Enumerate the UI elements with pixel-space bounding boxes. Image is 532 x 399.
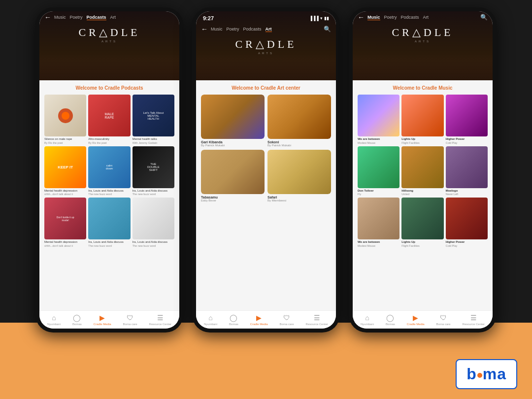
nav-art-3[interactable]: Art: [423, 15, 429, 20]
nav-poetry-2[interactable]: Poetry: [227, 27, 239, 32]
podcast-item-5[interactable]: calmdown Ira, Louis and Aida discuss The…: [88, 146, 130, 196]
nav-art-1[interactable]: Art: [110, 15, 116, 20]
svg-point-1: [62, 112, 69, 120]
podcast-item-2[interactable]: MALERAPE Afro-masculinity By Rix the poe…: [88, 95, 130, 144]
music-8-sub: Flight Facilities: [401, 244, 443, 247]
search-icon-3[interactable]: 🔍: [480, 14, 488, 21]
podcast-5-title: Ira, Louis and Aida discuss: [88, 189, 130, 193]
music-8-title: Lights Up: [401, 240, 443, 244]
nav-btn-care-2[interactable]: 🛡 Boma care: [280, 314, 294, 326]
art-item-2[interactable]: Sokoni By Patrick Mukabi: [267, 95, 331, 147]
podcast-item-1[interactable]: Silence on male rape By Rix the poet: [44, 95, 86, 144]
nav-music-3[interactable]: Music: [367, 15, 380, 20]
nav-podcasts-2[interactable]: Podcasts: [243, 27, 262, 32]
nav-btn-home-1[interactable]: ⌂ Nyumbani: [47, 314, 61, 326]
music-1-title: We are between: [358, 137, 399, 141]
nav-btn-resource-2[interactable]: ☰ Resource Center: [306, 314, 328, 326]
music-item-4[interactable]: Don Toliver Fly: [358, 146, 399, 196]
podcast-7-title: Mental health depression: [44, 240, 86, 244]
nav-art-2[interactable]: Art: [266, 27, 272, 32]
music-grid-row1: We are between Modest Mouse Lights Up Fl…: [358, 95, 488, 144]
back-button-2[interactable]: ←: [201, 25, 208, 33]
boma-dot: [477, 373, 482, 378]
music-4-sub: Fly: [358, 193, 399, 196]
music-item-2[interactable]: Lights Up Flight Facilities: [401, 95, 443, 144]
search-icon-2[interactable]: 🔍: [324, 26, 331, 33]
podcast-grid-row2: KEEP IT Mental health depression shhh...…: [44, 146, 174, 196]
nav-btn-bomas-2[interactable]: ◯ Bomas: [229, 314, 238, 326]
phone-1-header: ← Music Poetry Podcasts Art CR△DLE ARTS: [39, 11, 179, 80]
music-item-1[interactable]: We are between Modest Mouse: [358, 95, 399, 144]
podcast-2-title: Afro-masculinity: [88, 137, 130, 141]
music-7-sub: Modest Mouse: [358, 244, 399, 247]
care-label-1: Boma care: [123, 323, 137, 326]
bomas-label-1: Bomas: [72, 323, 82, 326]
nav-btn-media-1[interactable]: ▶ Cradle Media: [94, 314, 111, 326]
music-item-6[interactable]: Moelogo Never Left: [446, 146, 488, 196]
music-item-3[interactable]: Higher Power Cold Play: [446, 95, 488, 144]
bomas-label-3: Bomas: [386, 323, 395, 326]
nav-btn-media-2[interactable]: ▶ Cradle Media: [250, 314, 268, 326]
resource-icon-2: ☰: [314, 314, 320, 322]
nav-btn-media-3[interactable]: ▶ Cradle Media: [407, 314, 425, 326]
nav-music-2[interactable]: Music: [211, 27, 223, 32]
nav-btn-bomas-3[interactable]: ◯ Bomas: [386, 314, 395, 326]
media-icon-3: ▶: [413, 314, 418, 322]
music-item-5[interactable]: Hillsong United: [401, 146, 443, 196]
podcast-grid-row1: Silence on male rape By Rix the poet MAL…: [44, 95, 174, 144]
nav-btn-home-3[interactable]: ⌂ Nyumbani: [361, 314, 374, 326]
art-item-4[interactable]: Safari By Mtembeesi: [267, 150, 331, 202]
wifi-icon-2: ▾: [320, 16, 323, 21]
back-button-3[interactable]: ←: [358, 13, 365, 21]
home-icon-3: ⌂: [365, 314, 369, 322]
art-item-1[interactable]: Gari Kibanda By Patrick Mukabi: [201, 95, 265, 147]
podcast-item-7[interactable]: Don't bottle it upinside! Mental health …: [44, 198, 86, 247]
music-grid-row3: We are between Modest Mouse Lights Up Fl…: [358, 198, 488, 247]
cradle-logo-sub-1: ARTS: [39, 40, 179, 46]
phone-music: ← Music Poetry Podcasts Art 🔍 CR△DLE ART…: [349, 7, 497, 332]
nav-podcasts-1[interactable]: Podcasts: [87, 15, 106, 20]
nav-btn-care-1[interactable]: 🛡 Boma care: [123, 314, 137, 326]
podcast-item-4[interactable]: KEEP IT Mental health depression shhh...…: [44, 146, 86, 196]
podcast-4-sub: shhh...don't talk about it: [44, 193, 86, 196]
nav-btn-resource-1[interactable]: ☰ Resource Center: [149, 314, 171, 326]
nav-btn-resource-3[interactable]: ☰ Resource Center: [463, 314, 485, 326]
nav-btn-care-3[interactable]: 🛡 Boma care: [436, 314, 451, 326]
phone-1-bottom-nav: ⌂ Nyumbani ◯ Bomas ▶ Cradle Media 🛡 Boma…: [39, 310, 179, 329]
cradle-logo-3: CR△DLE: [353, 23, 493, 40]
podcast-item-8[interactable]: Ira, Louis and Aida discuss The new buzz…: [88, 198, 130, 247]
cradle-logo-2: CR△DLE: [196, 35, 336, 52]
art-1-title: Gari Kibanda: [201, 140, 265, 144]
podcast-4-title: Mental health depression: [44, 189, 86, 193]
nav-btn-home-2[interactable]: ⌂ Nyumbani: [204, 314, 217, 326]
media-icon-2: ▶: [256, 314, 262, 322]
battery-icon-2: ▮▮: [324, 16, 329, 21]
music-3-title: Higher Power: [446, 137, 488, 141]
bomas-label-2: Bomas: [229, 323, 238, 326]
music-item-8[interactable]: Lights Up Flight Facilities: [401, 198, 443, 247]
podcast-3-title: Mental health talks: [133, 137, 174, 141]
boma-logo-text: bma: [466, 365, 506, 383]
podcast-item-9[interactable]: Ira, Louis and Aida discuss The new buzz…: [133, 198, 174, 247]
nav-poetry-1[interactable]: Poetry: [70, 15, 83, 20]
status-time-2: 9:27: [203, 15, 214, 21]
art-item-3[interactable]: Tabasamu Eddy Bever: [201, 150, 265, 202]
nav-btn-bomas-1[interactable]: ◯ Bomas: [72, 314, 82, 326]
back-button-1[interactable]: ←: [44, 13, 51, 21]
podcast-9-sub: The new buzz word: [133, 244, 174, 247]
nav-music-1[interactable]: Music: [54, 15, 66, 20]
background-orange: [0, 323, 532, 399]
music-item-9[interactable]: Higher Power Cold Play: [446, 198, 488, 247]
phone-2-navbar: ← Music Poetry Podcasts Art 🔍: [196, 23, 336, 35]
nav-podcasts-3[interactable]: Podcasts: [401, 15, 419, 20]
music-6-title: Moelogo: [446, 189, 488, 193]
music-item-7[interactable]: We are between Modest Mouse: [358, 198, 399, 247]
bomas-icon-2: ◯: [230, 314, 237, 322]
music-5-sub: United: [401, 193, 443, 196]
phone-2-content: Welcome to Cradle Art center Gari Kiband…: [196, 80, 336, 310]
podcast-9-title: Ira, Louis and Aida discuss: [133, 240, 174, 244]
podcast-item-6[interactable]: THEDOUBLESHIFT Ira, Louis and Aida discu…: [133, 146, 174, 196]
cradle-logo-sub-2: ARTS: [196, 52, 336, 58]
nav-poetry-3[interactable]: Poetry: [384, 15, 397, 20]
podcast-item-3[interactable]: Let's Talk AboutMENTALHEALTH Mental heal…: [133, 95, 174, 144]
